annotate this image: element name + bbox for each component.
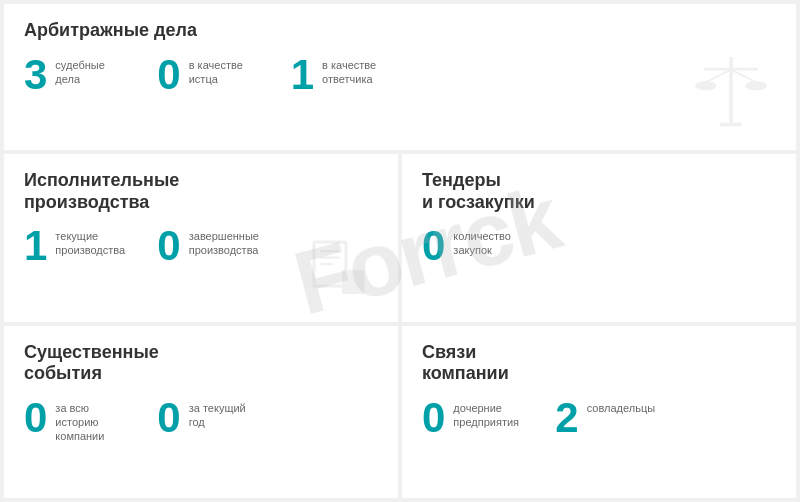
events-title: Существенныесобытия — [24, 342, 378, 385]
stat-item: 0 дочерние предприятия — [422, 397, 523, 439]
stat-number: 0 — [422, 397, 445, 439]
stat-number: 1 — [24, 225, 47, 267]
events-stats: 0 за всю историю компании 0 за текущий г… — [24, 397, 378, 444]
stat-item: 2 совладельцы — [555, 397, 655, 439]
stat-label: в качестве истца — [189, 54, 259, 87]
svg-point-4 — [695, 81, 717, 90]
stat-label: количество закупок — [453, 225, 523, 258]
stat-label: совладельцы — [587, 397, 655, 415]
svg-rect-6 — [720, 123, 742, 127]
arbitration-card: Арбитражные дела 3 судебные дела 0 в кач… — [4, 4, 796, 150]
stat-number: 0 — [24, 397, 47, 439]
stat-number: 0 — [157, 397, 180, 439]
scales-icon — [686, 48, 776, 142]
svg-line-3 — [731, 70, 756, 83]
connections-title: Связикомпании — [422, 342, 776, 385]
enforcement-title: Исполнительныепроизводства — [24, 170, 378, 213]
arbitration-stats: 3 судебные дела 0 в качестве истца 1 в к… — [24, 54, 776, 96]
stat-item: 1 текущие производства — [24, 225, 125, 267]
stat-label: судебные дела — [55, 54, 125, 87]
svg-point-5 — [745, 81, 767, 90]
svg-rect-11 — [342, 278, 364, 294]
svg-line-2 — [706, 70, 731, 83]
main-grid: Арбитражные дела 3 судебные дела 0 в кач… — [0, 0, 800, 502]
stat-label: в качестве ответчика — [322, 54, 392, 87]
stat-label: за текущий год — [189, 397, 259, 430]
connections-card: Связикомпании 0 дочерние предприятия 2 с… — [402, 326, 796, 498]
stat-item: 3 судебные дела — [24, 54, 125, 96]
stat-number: 0 — [157, 54, 180, 96]
tenders-stats: 0 количество закупок — [422, 225, 776, 267]
svg-rect-0 — [729, 57, 733, 125]
stat-item: 1 в качестве ответчика — [291, 54, 392, 96]
tenders-card: Тендерыи госзакупки 0 количество закупок — [402, 154, 796, 322]
stat-item: 0 за всю историю компании — [24, 397, 125, 444]
tenders-title: Тендерыи госзакупки — [422, 170, 776, 213]
stat-label: дочерние предприятия — [453, 397, 523, 430]
svg-rect-9 — [320, 256, 339, 258]
stat-item: 0 в качестве истца — [157, 54, 258, 96]
stat-number: 3 — [24, 54, 47, 96]
arbitration-title: Арбитражные дела — [24, 20, 776, 42]
stat-item: 0 за текущий год — [157, 397, 258, 439]
stat-label: завершенные производства — [189, 225, 259, 258]
stat-number: 0 — [157, 225, 180, 267]
stat-item: 0 количество закупок — [422, 225, 523, 267]
stat-number: 1 — [291, 54, 314, 96]
stat-number: 0 — [422, 225, 445, 267]
stat-label: за всю историю компании — [55, 397, 125, 444]
stat-label: текущие производства — [55, 225, 125, 258]
enforcement-icon — [298, 230, 378, 314]
stat-item: 0 завершенные производства — [157, 225, 258, 267]
svg-rect-8 — [320, 250, 339, 252]
svg-marker-12 — [342, 270, 364, 280]
enforcement-card: Исполнительныепроизводства 1 текущие про… — [4, 154, 398, 322]
connections-stats: 0 дочерние предприятия 2 совладельцы — [422, 397, 776, 439]
stat-number: 2 — [555, 397, 578, 439]
events-card: Существенныесобытия 0 за всю историю ком… — [4, 326, 398, 498]
svg-rect-10 — [320, 262, 333, 264]
